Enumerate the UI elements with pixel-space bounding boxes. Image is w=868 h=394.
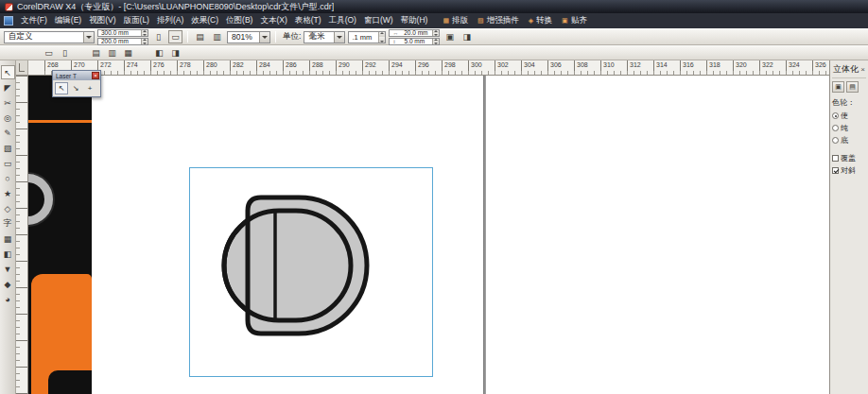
toolbar2-button[interactable]: ▭	[42, 46, 56, 60]
pick-tool[interactable]: ↖	[1, 65, 15, 79]
stepper-icon[interactable]	[141, 39, 148, 44]
tool-icon: ✎	[4, 128, 11, 138]
menu-item[interactable]: 位图(B)	[222, 14, 256, 27]
toolbar2-button[interactable]: ▥	[105, 46, 119, 60]
checkbox-icon	[832, 167, 839, 174]
ruler-number: 318	[706, 60, 733, 75]
portrait-button[interactable]: ▯	[151, 30, 165, 43]
docker-option-button-1[interactable]: ▣	[832, 81, 844, 93]
shape-tool[interactable]: ◤	[1, 80, 15, 94]
docker-close-icon[interactable]: ×	[860, 65, 865, 74]
menu-item[interactable]: 窗口(W)	[360, 14, 397, 27]
paper-width-input[interactable]: 300.0 mm	[97, 29, 148, 37]
orange-line-object[interactable]	[28, 120, 92, 123]
units-select[interactable]: 毫米	[304, 31, 345, 43]
stepper-icon[interactable]	[432, 39, 439, 44]
plugin-menu-item[interactable]: ▣ 贴齐	[558, 14, 591, 27]
close-icon[interactable]: ×	[92, 72, 99, 79]
toolbar-extra-button-2[interactable]: ◨	[460, 30, 474, 43]
color-wheel-label: 色轮：	[832, 97, 866, 108]
eyedropper-tool[interactable]: ▼	[1, 262, 15, 276]
paper-preset-select[interactable]: 自定义	[4, 31, 95, 43]
freehand-tool[interactable]: ✎	[1, 126, 15, 140]
toolbar2-button[interactable]: ◨	[168, 46, 182, 60]
menu-item[interactable]: 文本(X)	[256, 14, 290, 27]
laser-tool-button-1[interactable]: ↖	[55, 82, 68, 94]
crop-tool[interactable]: ✂	[1, 95, 15, 110]
menu-item[interactable]: 编辑(E)	[51, 14, 85, 27]
stepper-icon[interactable]	[378, 32, 385, 43]
chevron-down-icon[interactable]	[83, 32, 94, 43]
current-page-button[interactable]: ▥	[210, 30, 224, 43]
zoom-tool[interactable]: ◎	[1, 111, 15, 125]
plugin-menu-item[interactable]: ▦ 排版	[439, 14, 472, 27]
menu-item[interactable]: 帮助(H)	[397, 14, 432, 27]
zoom-level-select[interactable]: 801%	[227, 31, 270, 43]
extrude-checkbox[interactable]: 对斜	[832, 165, 866, 176]
color-mode-radio[interactable]: 底	[832, 135, 866, 146]
paper-height-input[interactable]: 200.0 mm	[97, 38, 148, 45]
laser-tool-button-2[interactable]: ↘	[69, 82, 82, 94]
ruler-origin-button[interactable]	[16, 60, 28, 76]
gray-arc-object[interactable]	[28, 172, 55, 227]
menu-item[interactable]: 排列(A)	[153, 14, 187, 27]
extrude-checkbox[interactable]: 覆盖	[832, 153, 866, 163]
ruler-number: 320	[733, 60, 759, 75]
ruler-number: 272	[97, 60, 124, 75]
rounded-shape-object[interactable]	[217, 190, 392, 355]
ruler-number: 292	[362, 60, 389, 75]
duplicate-x-input[interactable]: ↔ 20.0 mm	[389, 29, 440, 37]
floating-toolbar-body: ↖↘+	[53, 80, 100, 96]
toolbar-extra-button-1[interactable]: ▣	[443, 30, 457, 43]
duplicate-distance-fields: ↔ 20.0 mm ↕ 5.0 mm	[389, 29, 440, 45]
color-mode-radio[interactable]: 使	[832, 111, 866, 121]
toolbar2-button[interactable]: ▦	[121, 46, 135, 60]
toolbar2-button[interactable]: ▯	[58, 46, 72, 60]
laser-tool-button-3[interactable]: +	[83, 82, 96, 94]
stepper-icon[interactable]	[432, 30, 439, 36]
polygon-tool[interactable]: ★	[1, 186, 15, 200]
horizontal-ruler[interactable]: 2682702722742762782802822842862882902922…	[28, 60, 829, 76]
tool-icon: ◆	[5, 280, 11, 289]
ruler-number: 296	[415, 60, 442, 75]
plugin-icon: ▧	[477, 17, 484, 25]
toolbar2-button[interactable]: ◧	[152, 46, 166, 60]
drawing-canvas[interactable]	[28, 76, 829, 394]
fill-tool[interactable]: ◕	[1, 292, 15, 306]
ruler-number: 322	[759, 60, 786, 75]
rectangle-tool[interactable]: ▭	[1, 156, 15, 170]
smart-fill-tool[interactable]: ▧	[1, 141, 15, 155]
color-mode-radio[interactable]: 纯	[832, 123, 866, 133]
text-tool[interactable]: 字	[1, 216, 15, 231]
vertical-ruler[interactable]	[16, 76, 28, 394]
menu-item[interactable]: 视图(V)	[85, 14, 119, 27]
orange-block-object[interactable]	[31, 274, 92, 394]
floating-toolbar-titlebar[interactable]: Laser T ×	[53, 71, 100, 80]
menu-item[interactable]: 表格(T)	[291, 14, 325, 27]
chevron-down-icon[interactable]	[259, 32, 269, 43]
plugin-menu-item[interactable]: ◈ 转换	[525, 14, 556, 27]
table-tool[interactable]: ▦	[1, 231, 15, 246]
toolbar2-button[interactable]: ▤	[89, 46, 103, 60]
docker-option-button-2[interactable]: ▤	[846, 81, 859, 93]
plugin-menu-item[interactable]: ▧ 增强插件	[474, 14, 523, 27]
nudge-offset-input[interactable]: .1 mm	[348, 31, 386, 43]
left-drawing-object[interactable]	[28, 76, 92, 394]
checkbox-label: 覆盖	[841, 153, 856, 163]
menu-item[interactable]: 工具(O)	[325, 14, 360, 27]
landscape-button[interactable]: ▭	[168, 30, 182, 43]
interactive-blend-tool[interactable]: ◧	[1, 247, 15, 261]
menu-item[interactable]: 效果(C)	[187, 14, 222, 27]
menu-item[interactable]: 版面(L)	[120, 14, 153, 27]
outline-pen-tool[interactable]: ◆	[1, 277, 15, 291]
ruler-number: 282	[230, 60, 256, 75]
all-pages-button[interactable]: ▤	[193, 30, 207, 43]
stepper-icon[interactable]	[141, 30, 148, 36]
basic-shapes-tool[interactable]: ◇	[1, 201, 15, 215]
duplicate-y-input[interactable]: ↕ 5.0 mm	[389, 38, 440, 45]
ellipse-tool[interactable]: ○	[1, 171, 15, 185]
menu-item[interactable]: 文件(F)	[17, 14, 51, 27]
title-bar[interactable]: CorelDRAW X4（专业版）- [C:\Users\LUANPHONE80…	[0, 0, 868, 13]
document-icon[interactable]	[4, 16, 13, 26]
chevron-down-icon[interactable]	[334, 32, 344, 43]
